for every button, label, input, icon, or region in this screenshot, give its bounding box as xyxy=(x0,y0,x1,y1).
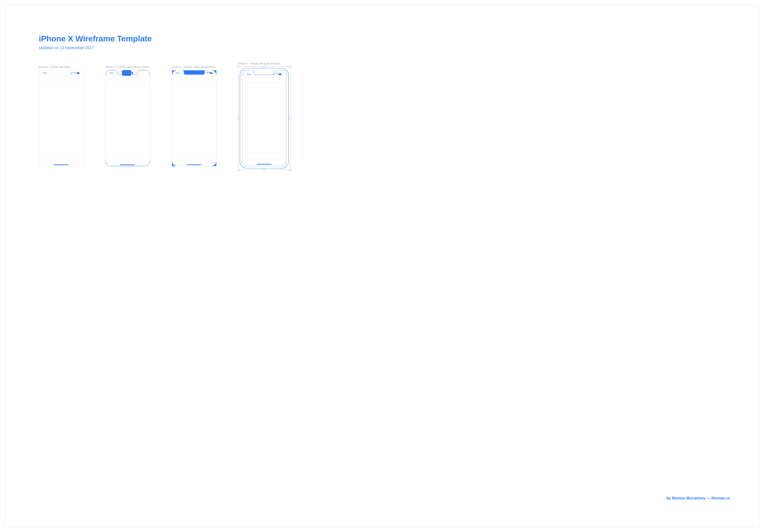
status-bar: 9:41 xyxy=(172,70,216,76)
guide-line xyxy=(39,86,83,87)
svg-rect-7 xyxy=(279,73,281,75)
resize-handle[interactable] xyxy=(289,169,291,171)
artboard-mask[interactable]: 9:41 xyxy=(172,70,217,167)
status-bar: 9:41 xyxy=(105,70,150,76)
guide-line xyxy=(172,155,216,155)
signal-icon xyxy=(70,72,73,74)
guide-line xyxy=(172,160,216,161)
resize-handle[interactable] xyxy=(263,169,265,171)
status-time: 9:41 xyxy=(109,72,113,74)
svg-rect-3 xyxy=(132,72,133,74)
artboard-label: iPhone X - Portrait with Guide & Device xyxy=(238,63,290,65)
svg-rect-2 xyxy=(122,70,131,76)
artboard-row: iPhone X - Portrait with Guide 9:41 xyxy=(39,66,725,170)
home-indicator xyxy=(187,164,202,165)
status-bar: 9:41 xyxy=(243,71,286,77)
artboard-device[interactable]: 9:41 xyxy=(238,66,290,170)
guide-line xyxy=(39,160,83,161)
resize-handle[interactable] xyxy=(237,66,239,67)
credit-line: by Riomar Mccartney — Riomar.co xyxy=(667,496,730,500)
status-time: 9:41 xyxy=(43,72,47,74)
svg-rect-5 xyxy=(212,72,213,73)
resize-handle[interactable] xyxy=(289,117,291,119)
artboard-guide[interactable]: 9:41 xyxy=(39,70,84,167)
status-time: 9:41 xyxy=(176,72,180,74)
guide-line xyxy=(172,76,216,76)
guide-line xyxy=(105,86,150,87)
signal-icon xyxy=(203,72,206,74)
resize-handle[interactable] xyxy=(263,66,265,67)
artboard-wrap[interactable]: iPhone X - Portrait with Guide & Device xyxy=(238,63,290,170)
svg-rect-0 xyxy=(77,72,79,74)
device-mask-icon xyxy=(172,70,216,166)
artboard-outline[interactable]: 9:41 xyxy=(105,70,150,167)
wifi-icon xyxy=(74,72,76,74)
guide-line xyxy=(39,155,83,155)
battery-icon xyxy=(279,73,282,75)
resize-handle[interactable] xyxy=(289,66,291,67)
status-time: 9:41 xyxy=(247,73,251,75)
wifi-icon xyxy=(206,72,209,74)
home-indicator xyxy=(54,164,69,165)
artboard-label: iPhone X - Portrait…uide & Device Mask xyxy=(172,66,217,68)
resize-handle[interactable] xyxy=(237,169,239,171)
guide-line xyxy=(39,81,83,81)
guide-line xyxy=(243,153,286,154)
artboard-wrap[interactable]: iPhone X - Portrait…uide & Device Mask 9… xyxy=(172,66,217,167)
resize-handle[interactable] xyxy=(237,117,239,119)
guide-line xyxy=(172,86,216,87)
page-subtitle: Updated on 13 September 2017 xyxy=(39,46,725,50)
signal-icon xyxy=(137,72,139,74)
wifi-icon xyxy=(140,72,142,74)
design-canvas[interactable]: iPhone X Wireframe Template Updated on 1… xyxy=(5,5,759,527)
home-indicator xyxy=(120,164,135,165)
status-bar: 9:41 xyxy=(39,70,83,76)
guide-line xyxy=(105,160,150,161)
guide-line xyxy=(105,76,150,76)
battery-icon xyxy=(77,72,80,74)
wifi-icon xyxy=(276,73,278,75)
guide-line xyxy=(105,155,150,155)
artboard-label: iPhone X - Portrait with Guide xyxy=(39,66,84,68)
svg-rect-4 xyxy=(210,72,212,74)
svg-rect-1 xyxy=(80,72,80,73)
battery-icon xyxy=(210,72,213,74)
device-outline-icon xyxy=(105,70,150,166)
signal-icon xyxy=(273,73,275,75)
battery-icon xyxy=(143,72,146,74)
home-indicator xyxy=(257,164,272,165)
artboard-label: iPhone X - Portrait…ide & Device Outline xyxy=(105,66,150,68)
artboard-wrap[interactable]: iPhone X - Portrait with Guide 9:41 xyxy=(39,66,84,167)
guide-line xyxy=(39,76,83,76)
guide-line xyxy=(172,81,216,81)
artboard-wrap[interactable]: iPhone X - Portrait…ide & Device Outline… xyxy=(105,66,150,167)
page-title: iPhone X Wireframe Template xyxy=(39,34,725,43)
svg-rect-8 xyxy=(282,74,282,74)
guide-line xyxy=(105,81,150,81)
